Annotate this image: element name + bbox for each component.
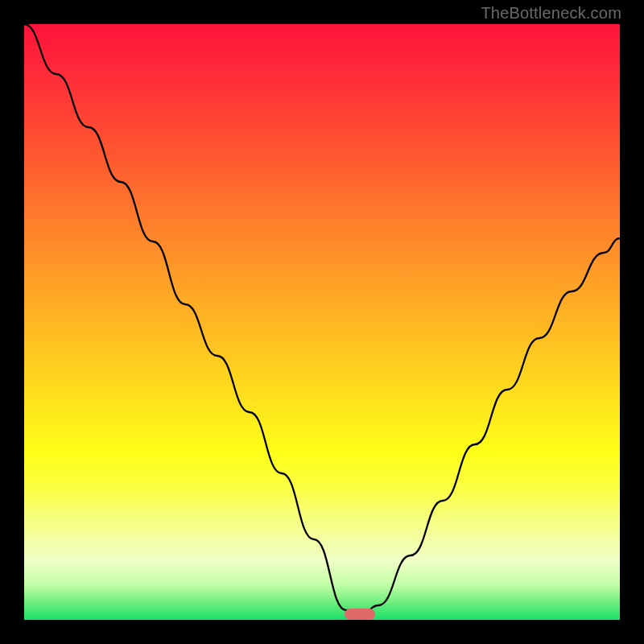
optimal-marker	[345, 609, 375, 620]
chart-frame: TheBottleneck.com	[0, 0, 644, 644]
curve-path	[24, 24, 620, 613]
bottleneck-curve	[24, 24, 620, 620]
plot-area	[24, 24, 620, 620]
watermark-text: TheBottleneck.com	[481, 4, 621, 23]
